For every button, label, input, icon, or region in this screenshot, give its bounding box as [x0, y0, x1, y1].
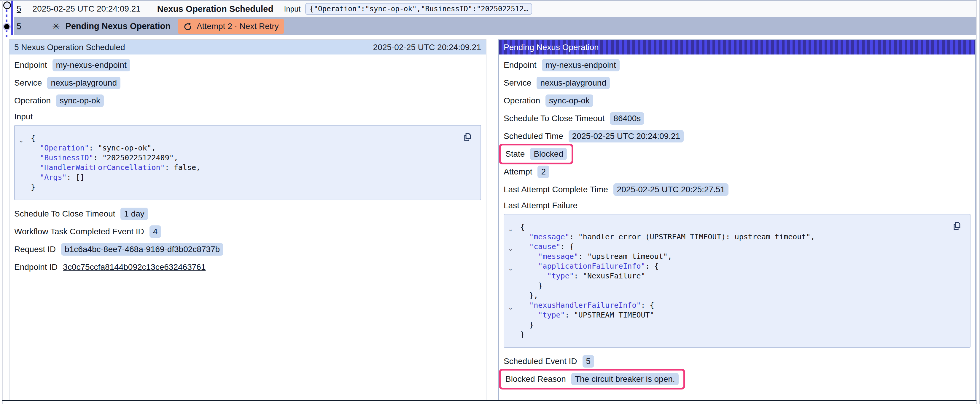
field-value-pill: my-nexus-endpoint — [52, 59, 130, 71]
field-value-pill: nexus-playground — [47, 77, 121, 89]
json-line: "Operation": "sync-op-ok", — [15, 143, 480, 153]
json-line: } — [504, 320, 970, 330]
event-id-link[interactable]: 5 — [17, 4, 21, 14]
pending-fields-top: Endpointmy-nexus-endpointServicenexus-pl… — [504, 59, 970, 196]
input-section-label: Input — [14, 112, 481, 122]
json-line: ⌄ "cause": { — [504, 242, 970, 252]
field-value-pill: nexus-playground — [536, 77, 610, 89]
field-label: Attempt — [504, 167, 532, 176]
field-value-pill: 5 — [582, 355, 594, 368]
scheduled-panel-timestamp: 2025-02-25 UTC 20:24:09.21 — [373, 43, 481, 52]
scheduled-panel-title: 5 Nexus Operation Scheduled — [14, 43, 125, 52]
pending-panel-header: Pending Nexus Operation — [499, 40, 975, 54]
field-value-pill: 2025-02-25 UTC 20:25:27.51 — [613, 183, 729, 196]
field-label: Workflow Task Completed Event ID — [14, 227, 144, 236]
field-value-link[interactable]: 3c0c75ccfa8144b092c13ce632463761 — [63, 262, 205, 272]
section-bottom-border — [2, 400, 977, 401]
field-label: Scheduled Event ID — [504, 356, 577, 366]
field-label: Operation — [14, 96, 51, 105]
scrollbar-track[interactable] — [977, 0, 980, 404]
field-label: Request ID — [14, 245, 56, 254]
retry-badge-label: Attempt 2 · Next Retry — [197, 22, 279, 31]
json-key: "Operation" — [40, 144, 89, 152]
field-label: Scheduled Time — [504, 131, 563, 141]
json-key: "Args" — [40, 173, 67, 182]
field-value-pill: b1c6a4bc-8ee7-468a-9169-df3b02c8737b — [61, 243, 223, 256]
timeline-filled-circle-icon — [3, 23, 11, 30]
field-row: Scheduled Time2025-02-25 UTC 20:24:09.21 — [504, 130, 970, 143]
pending-panel-title: Pending Nexus Operation — [504, 43, 599, 52]
json-key: "BusinessID" — [40, 154, 94, 162]
json-key: "cause" — [529, 242, 560, 251]
json-key: "message" — [538, 252, 578, 261]
json-line: ⌄ { — [15, 133, 480, 143]
field-row: Operationsync-op-ok — [14, 94, 481, 107]
json-line: ⌄ { — [504, 222, 970, 232]
event-row-pending[interactable]: 5 ✳ Pending Nexus Operation Attempt 2 · … — [14, 17, 976, 35]
field-row: Workflow Task Completed Event ID4 — [14, 225, 481, 238]
json-line: "HandlerWaitForCancellation": false, — [15, 163, 480, 173]
json-line: }, — [504, 291, 970, 300]
field-row: Attempt2 — [504, 165, 970, 178]
json-line: "message": "upstream timeout", — [504, 252, 970, 261]
json-line: ⌄ "applicationFailureInfo": { — [504, 261, 970, 271]
field-row: StateBlocked — [504, 147, 970, 160]
field-value-pill: sync-op-ok — [56, 95, 104, 107]
input-json-block: ⌄ { "Operation": "sync-op-ok", "Business… — [14, 125, 481, 200]
field-label: Operation — [504, 96, 540, 105]
field-label: Schedule To Close Timeout — [504, 114, 605, 123]
json-key: "nexusHandlerFailureInfo" — [529, 301, 641, 309]
event-row-scheduled[interactable]: 5 2025-02-25 UTC 20:24:09.21 Nexus Opera… — [14, 1, 976, 17]
event-id-link[interactable]: 5 — [17, 22, 21, 31]
field-label: Last Attempt Complete Time — [504, 185, 608, 194]
search-highlight-box: StateBlocked — [499, 144, 573, 165]
pending-operation-panel: Pending Nexus Operation Endpointmy-nexus… — [498, 40, 976, 401]
field-value-pill: 2 — [538, 166, 549, 178]
failure-json-block: ⌄ { "message": "handler error (UPSTREAM_… — [504, 214, 970, 348]
timeline-active-bar — [11, 1, 13, 35]
field-row: Servicenexus-playground — [504, 76, 970, 89]
event-title: Nexus Operation Scheduled — [157, 4, 274, 14]
field-row: Endpointmy-nexus-endpoint — [504, 59, 970, 72]
field-label: Schedule To Close Timeout — [14, 209, 115, 219]
json-line: "BusinessID": "20250225122409", — [15, 153, 480, 163]
field-row: Blocked ReasonThe circuit breaker is ope… — [504, 372, 970, 386]
field-value-pill: sync-op-ok — [546, 95, 593, 107]
field-row: Last Attempt Complete Time2025-02-25 UTC… — [504, 183, 970, 196]
retry-attempt-badge: Attempt 2 · Next Retry — [178, 19, 284, 34]
field-value-pill: 86400s — [610, 112, 644, 125]
json-line: "Args": [] — [15, 173, 480, 182]
input-preview-pill[interactable]: {"Operation":"sync-op-ok","BusinessID":"… — [305, 3, 532, 15]
field-value-pill: Blocked — [530, 148, 567, 160]
page-left-border — [2, 0, 3, 404]
field-row: Endpointmy-nexus-endpoint — [14, 59, 481, 72]
json-key: "type" — [547, 272, 574, 280]
field-row: Servicenexus-playground — [14, 76, 481, 89]
timeline-open-circle-icon — [3, 2, 11, 9]
pending-asterisk-icon: ✳ — [52, 22, 60, 31]
json-line: ⌄ "nexusHandlerFailureInfo": { — [504, 300, 970, 310]
event-timestamp: 2025-02-25 UTC 20:24:09.21 — [33, 4, 141, 14]
scheduled-fields-top: Endpointmy-nexus-endpointServicenexus-pl… — [14, 59, 481, 107]
json-line: "type": "UPSTREAM_TIMEOUT" — [504, 310, 970, 320]
field-label: Blocked Reason — [506, 374, 566, 384]
field-label: State — [506, 149, 525, 159]
scheduled-fields-bottom: Schedule To Close Timeout1 dayWorkflow T… — [14, 208, 481, 274]
field-row: Scheduled Event ID5 — [504, 355, 970, 368]
failure-section-label: Last Attempt Failure — [504, 201, 970, 210]
field-value-pill: The circuit breaker is open. — [571, 373, 679, 385]
field-row: Schedule To Close Timeout86400s — [504, 112, 970, 125]
field-row: Schedule To Close Timeout1 day — [14, 208, 481, 220]
field-label: Endpoint ID — [14, 262, 57, 272]
json-line: } — [504, 281, 970, 291]
json-line: } — [15, 182, 480, 192]
json-line: } — [504, 330, 970, 339]
json-key: "message" — [529, 233, 569, 241]
field-label: Endpoint — [14, 60, 47, 70]
pending-title: Pending Nexus Operation — [65, 21, 170, 31]
json-line: "message": "handler error (UPSTREAM_TIME… — [504, 232, 970, 242]
json-line: "type": "NexusFailure" — [504, 271, 970, 281]
search-highlight-box: Blocked ReasonThe circuit breaker is ope… — [499, 369, 685, 390]
retry-icon — [183, 22, 192, 31]
field-row: Request IDb1c6a4bc-8ee7-468a-9169-df3b02… — [14, 243, 481, 256]
